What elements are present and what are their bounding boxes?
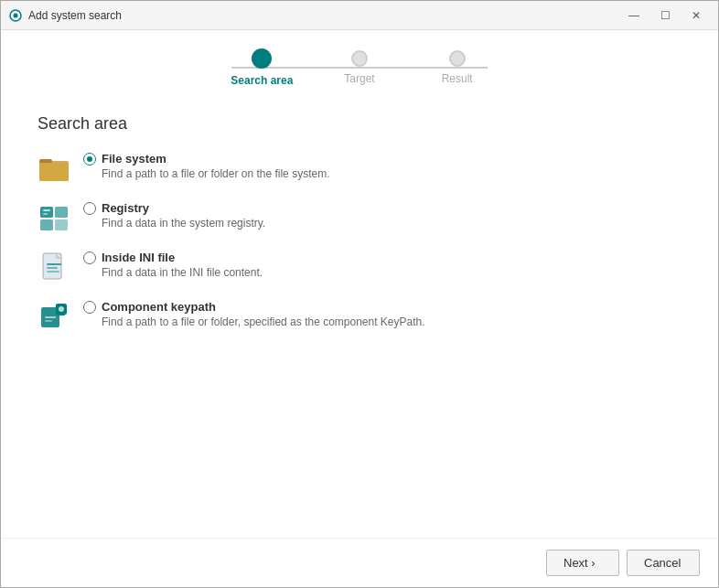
svg-rect-12 xyxy=(47,263,61,265)
svg-rect-10 xyxy=(43,213,48,215)
svg-rect-7 xyxy=(40,219,53,230)
ini-radio[interactable] xyxy=(83,251,96,264)
step-label-result: Result xyxy=(442,72,473,85)
window-title: Add system search xyxy=(28,9,122,22)
option-ini-file[interactable]: Inside INI file Find a data in the INI f… xyxy=(38,251,681,283)
svg-rect-17 xyxy=(58,313,65,315)
content-area: Search area File system xyxy=(1,96,718,538)
cancel-button[interactable]: Cancel xyxy=(627,550,700,576)
option-list: File system Find a path to a file or fol… xyxy=(38,152,681,333)
ini-title: Inside INI file xyxy=(102,251,175,264)
file-system-text: File system Find a path to a file or fol… xyxy=(83,152,329,180)
close-button[interactable]: ✕ xyxy=(681,5,711,27)
svg-rect-6 xyxy=(55,207,68,218)
keypath-desc: Find a path to a file or folder, specifi… xyxy=(102,315,425,328)
registry-icon xyxy=(38,201,70,234)
ini-radio-row: Inside INI file xyxy=(83,251,263,264)
file-system-title: File system xyxy=(102,152,166,166)
svg-rect-9 xyxy=(43,209,50,211)
step-circle-target xyxy=(351,50,368,67)
option-file-system[interactable]: File system Find a path to a file or fol… xyxy=(38,152,681,185)
steps-track: Search area Target Result xyxy=(213,48,506,87)
step-result: Result xyxy=(408,50,506,85)
ini-desc: Find a data in the INI file content. xyxy=(102,266,263,279)
step-circle-result xyxy=(449,50,466,67)
step-target: Target xyxy=(311,50,409,85)
step-label-target: Target xyxy=(344,72,374,85)
svg-rect-8 xyxy=(55,219,68,230)
footer: Next › Cancel xyxy=(1,538,718,587)
keypath-icon xyxy=(38,300,70,333)
option-registry[interactable]: Registry Find a data in the system regis… xyxy=(38,201,681,234)
radio-inner-dot xyxy=(87,156,92,162)
main-window: Add system search — ☐ ✕ Search area Targ… xyxy=(0,0,719,588)
registry-radio-row: Registry xyxy=(83,201,265,215)
folder-icon xyxy=(38,152,70,185)
svg-rect-13 xyxy=(47,267,58,269)
keypath-text: Component keypath Find a path to a file … xyxy=(83,300,425,328)
step-label-search-area: Search area xyxy=(231,74,293,87)
svg-point-18 xyxy=(59,306,64,312)
keypath-radio[interactable] xyxy=(83,301,96,314)
file-system-radio[interactable] xyxy=(83,153,96,166)
option-component-keypath[interactable]: Component keypath Find a path to a file … xyxy=(38,300,681,333)
file-system-desc: Find a path to a file or folder on the f… xyxy=(102,167,329,180)
svg-rect-14 xyxy=(47,271,59,273)
file-system-radio-row: File system xyxy=(83,152,329,166)
keypath-title: Component keypath xyxy=(102,300,216,314)
ini-text: Inside INI file Find a data in the INI f… xyxy=(83,251,263,279)
title-bar: Add system search — ☐ ✕ xyxy=(1,1,718,30)
app-icon xyxy=(8,8,23,23)
next-button[interactable]: Next › xyxy=(546,550,619,576)
svg-rect-19 xyxy=(45,316,56,318)
maximize-button[interactable]: ☐ xyxy=(650,5,680,27)
registry-radio[interactable] xyxy=(83,202,96,215)
minimize-button[interactable]: — xyxy=(619,5,649,27)
wizard-steps: Search area Target Result xyxy=(1,30,718,96)
ini-icon xyxy=(38,251,70,283)
registry-desc: Find a data in the system registry. xyxy=(102,217,265,230)
title-bar-left: Add system search xyxy=(8,8,122,23)
svg-rect-5 xyxy=(40,207,53,218)
title-bar-controls: — ☐ ✕ xyxy=(619,5,711,27)
step-circle-search-area xyxy=(252,48,272,69)
registry-title: Registry xyxy=(102,201,149,215)
svg-point-1 xyxy=(14,13,18,17)
svg-rect-4 xyxy=(39,163,69,181)
section-title: Search area xyxy=(38,114,681,134)
keypath-radio-row: Component keypath xyxy=(83,300,425,314)
registry-text: Registry Find a data in the system regis… xyxy=(83,201,265,230)
step-search-area: Search area xyxy=(213,48,311,87)
svg-rect-20 xyxy=(45,320,52,322)
